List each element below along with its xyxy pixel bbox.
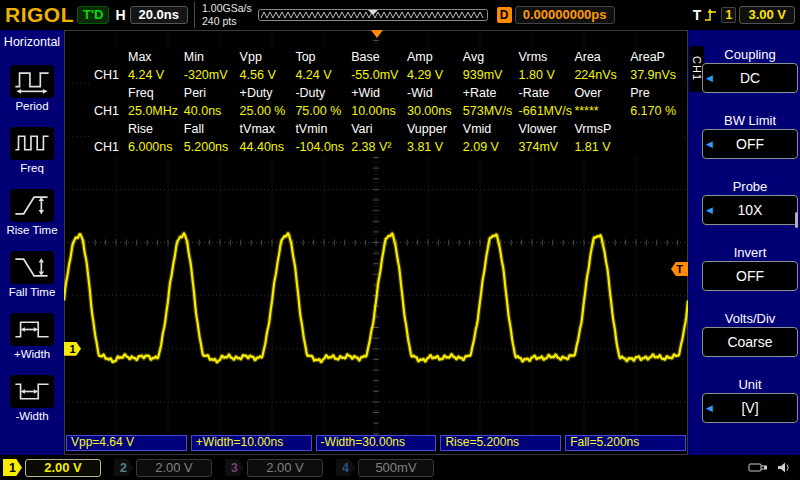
measure-item-fall-time[interactable]: Fall Time	[6, 251, 57, 298]
left-arrow-icon: ◀	[706, 403, 713, 413]
measure-header: AreaP	[628, 48, 684, 66]
period-icon	[10, 65, 54, 98]
softkey-label: Coupling	[702, 46, 798, 63]
channel-3-status[interactable]: 32.00 V	[225, 459, 323, 477]
measure-header: Min	[182, 48, 238, 66]
measure-value: 1.80 V	[517, 66, 573, 84]
measure-item-period[interactable]: Period	[6, 65, 57, 112]
measure-header: tVmin	[293, 120, 349, 138]
fall-time-icon	[10, 251, 54, 284]
measure-value: 2.38 V²	[349, 138, 405, 156]
measure-header: Vmid	[461, 120, 517, 138]
measure-header: Vrms	[517, 48, 573, 66]
measure-channel-label	[92, 84, 126, 102]
channel-2-status[interactable]: 22.00 V	[114, 459, 212, 477]
softkey-value: ◀OFF	[702, 129, 798, 159]
softkey-label: Unit	[702, 376, 798, 393]
quick-measure-result: Rise=5.200ns	[440, 435, 561, 451]
measure-menu-title: Horizontal	[4, 35, 60, 50]
measure-item-label: Fall Time	[6, 286, 57, 298]
quick-measure-bar: Vpp=4.64 V+Width=10.00ns-Width=30.00nsRi…	[66, 435, 686, 451]
measure-header: -Duty	[293, 84, 349, 102]
memory-depth: 240 pts	[202, 15, 252, 28]
measure-value: 1.81 V	[572, 138, 628, 156]
measure-header: Vupper	[405, 120, 461, 138]
softkey-coupling[interactable]: Coupling◀DC	[702, 46, 798, 93]
measure-header: Vlower	[517, 120, 573, 138]
trigger-level-value: 3.00 V	[739, 6, 795, 24]
rising-edge-icon	[704, 8, 718, 22]
channel-4-status[interactable]: 4500mV	[336, 459, 434, 477]
measure-value: 6.000ns	[126, 138, 182, 156]
softkey-value: ◀DC	[702, 63, 798, 93]
measure-value: 44.40ns	[238, 138, 294, 156]
measure-item-width[interactable]: -Width	[6, 375, 57, 422]
delay-badge: D	[497, 7, 512, 23]
measure-value: 25.0MHz	[126, 102, 182, 120]
memory-position-bar[interactable]	[258, 7, 489, 23]
trigger-status-badge: T'D	[77, 6, 109, 24]
plus-width-icon	[10, 313, 54, 346]
timebase-value: 20.0ns	[130, 6, 188, 24]
measure-value: 3.81 V	[405, 138, 461, 156]
measure-value: 4.56 V	[238, 66, 294, 84]
measure-header: Peri	[182, 84, 238, 102]
softkey-invert[interactable]: InvertOFF	[702, 244, 798, 291]
measure-value: 40.0ns	[182, 102, 238, 120]
delay-value: 0.00000000ps	[515, 6, 615, 24]
beeper-icon	[777, 461, 791, 474]
measure-item-width[interactable]: +Width	[6, 313, 57, 360]
status-icons	[748, 461, 797, 474]
menu-scroll-indicator[interactable]	[795, 212, 798, 228]
softkey-label: Invert	[702, 244, 798, 261]
softkey-value: OFF	[702, 261, 798, 291]
horizontal-delay-control[interactable]: D 0.00000000ps	[497, 6, 615, 24]
horizontal-timebase-control[interactable]: H 20.0ns	[115, 6, 188, 24]
measure-channel-label	[92, 48, 126, 66]
softkey-value: Coarse	[702, 327, 798, 357]
softkey-volts-div[interactable]: Volts/DivCoarse	[702, 310, 798, 357]
sample-rate: 1.00GSa/s	[202, 2, 252, 15]
measure-item-rise-time[interactable]: Rise Time	[6, 189, 57, 236]
softkey-label: Probe	[702, 178, 798, 195]
measure-header: -Rate	[517, 84, 573, 102]
measure-value: -55.0mV	[349, 66, 405, 84]
left-arrow-icon: ◀	[706, 73, 713, 83]
channel-1-status[interactable]: 12.00 V	[3, 459, 101, 477]
softkey-bw-limit[interactable]: BW Limit◀OFF	[702, 112, 798, 159]
measure-value: 4.24 V	[293, 66, 349, 84]
measure-item-freq[interactable]: Freq	[6, 127, 57, 174]
softkey-value: ◀[V]	[702, 393, 798, 423]
softkey-value: ◀10X	[702, 195, 798, 225]
quick-measure-result: -Width=30.00ns	[316, 435, 437, 451]
trigger-position-marker[interactable]	[371, 30, 383, 38]
measure-value: 30.00ns	[405, 102, 461, 120]
measure-value: 4.29 V	[405, 66, 461, 84]
softkey-unit[interactable]: Unit◀[V]	[702, 376, 798, 423]
softkey-label: Volts/Div	[702, 310, 798, 327]
trigger-control[interactable]: T 1 3.00 V	[693, 6, 795, 24]
rigol-logo: RIGOL	[5, 3, 71, 27]
minus-width-icon	[10, 375, 54, 408]
waveform-display: MaxMinVppTopBaseAmpAvgVrmsAreaAreaPCH14.…	[64, 30, 688, 455]
measure-value: 573MV/s	[461, 102, 517, 120]
measure-header: +Wid	[349, 84, 405, 102]
measure-value: 939mV	[461, 66, 517, 84]
measure-header: Amp	[405, 48, 461, 66]
measure-item-label: -Width	[6, 410, 57, 422]
measure-header: -Wid	[405, 84, 461, 102]
measure-header: Rise	[126, 120, 182, 138]
measure-value: *****	[572, 102, 628, 120]
measurement-table: MaxMinVppTopBaseAmpAvgVrmsAreaAreaPCH14.…	[92, 48, 684, 156]
quick-measure-result: Vpp=4.64 V	[66, 435, 187, 451]
channel-1-tag: 1	[3, 459, 22, 476]
softkey-probe[interactable]: Probe◀10X	[702, 178, 798, 225]
measure-value: 224nVs	[572, 66, 628, 84]
measure-header: Avg	[461, 48, 517, 66]
measure-value: 25.00 %	[238, 102, 294, 120]
measure-header	[628, 120, 684, 138]
measure-channel-label	[92, 120, 126, 138]
measure-value: 4.24 V	[126, 66, 182, 84]
measure-channel-label: CH1	[92, 66, 126, 84]
measure-header: Top	[293, 48, 349, 66]
